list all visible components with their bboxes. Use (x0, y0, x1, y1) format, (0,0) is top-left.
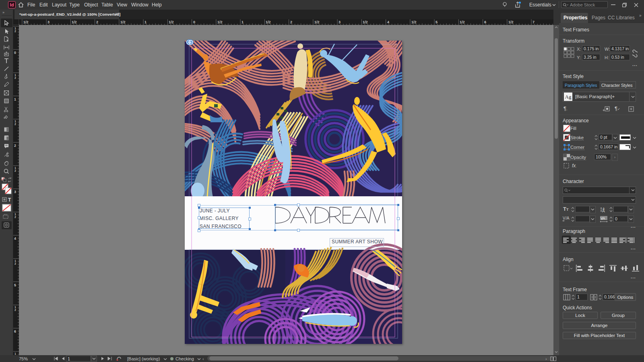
svg-text:VA: VA (601, 216, 605, 220)
svg-text:1: 1 (14, 74, 16, 76)
svg-text:3: 3 (339, 20, 341, 24)
svg-text:1/2: 1/2 (363, 20, 368, 24)
svg-text:2: 2 (14, 30, 16, 33)
svg-text:1: 1 (144, 20, 147, 24)
svg-text:7: 7 (533, 20, 535, 24)
svg-text:1/2: 1/2 (23, 20, 29, 24)
svg-text:4: 4 (14, 237, 16, 241)
svg-text:1: 1 (14, 352, 16, 355)
svg-text:1/2: 1/2 (411, 20, 417, 24)
svg-text:1/2: 1/2 (169, 20, 174, 24)
svg-text:6: 6 (484, 20, 486, 24)
svg-text:0: 0 (193, 20, 195, 24)
svg-text:1/2: 1/2 (72, 20, 77, 24)
svg-text:3: 3 (14, 190, 16, 194)
svg-text:2: 2 (14, 169, 16, 172)
svg-text:/A: /A (566, 216, 570, 220)
svg-text:2: 2 (14, 144, 16, 148)
svg-text:1/2: 1/2 (217, 20, 223, 24)
svg-text:6: 6 (14, 329, 16, 333)
svg-text:5: 5 (436, 20, 438, 24)
svg-text:T: T (8, 197, 11, 202)
svg-text:1/2: 1/2 (460, 20, 465, 24)
svg-text:2: 2 (14, 76, 16, 79)
svg-text:0: 0 (14, 51, 16, 55)
svg-text:1/2: 1/2 (314, 20, 320, 24)
svg-text:1/2: 1/2 (508, 20, 514, 24)
svg-text:1/2: 1/2 (266, 20, 271, 24)
svg-text:5: 5 (14, 283, 16, 287)
svg-text:1/2: 1/2 (120, 20, 126, 24)
svg-text:1: 1 (14, 27, 16, 30)
svg-text:1: 1 (14, 120, 16, 123)
svg-text:1: 1 (14, 306, 16, 309)
svg-text:2: 2 (14, 262, 16, 265)
svg-text:2: 2 (14, 216, 16, 218)
svg-text:1: 1 (14, 213, 16, 216)
svg-text:3: 3 (47, 20, 50, 24)
svg-text:A: A (602, 209, 605, 213)
svg-text:1: 1 (14, 167, 16, 169)
svg-text:V: V (563, 216, 566, 220)
svg-text:2: 2 (14, 123, 16, 125)
svg-text:2: 2 (96, 20, 98, 24)
svg-text:4: 4 (387, 20, 389, 24)
svg-text:1: 1 (14, 97, 16, 101)
svg-text:1: 1 (14, 259, 16, 262)
svg-text:2: 2 (14, 309, 16, 311)
svg-text:2: 2 (290, 20, 292, 24)
svg-text:1: 1 (242, 20, 244, 24)
